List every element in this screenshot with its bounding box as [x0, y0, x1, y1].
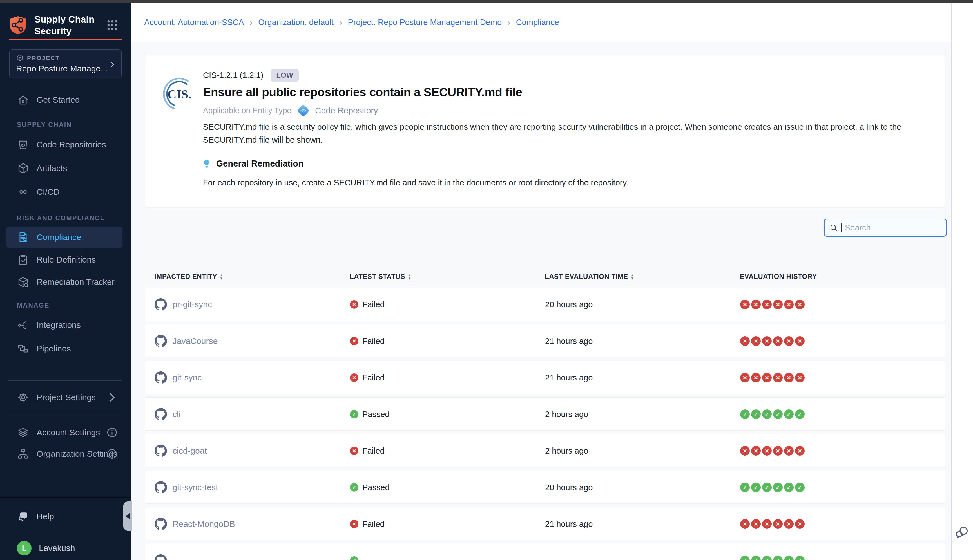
last-evaluation-time-cell: 2 hours ago — [545, 398, 588, 431]
grid-icon[interactable] — [106, 18, 119, 32]
sidebar-item-get-started[interactable]: Get Started — [0, 89, 131, 111]
sidebar-item-account-settings[interactable]: Account Settings — [0, 422, 131, 443]
breadcrumb-separator: › — [507, 17, 511, 28]
sort-icon[interactable]: ▴▾ — [631, 273, 633, 280]
sidebar-item-label: Code Repositories — [37, 140, 106, 150]
history-failed-icon: ✕ — [773, 336, 783, 346]
window-top-strip — [0, 0, 973, 3]
rule-description: SECURITY.md file is a security policy fi… — [203, 120, 934, 146]
entity-link[interactable]: React-MongoDB — [173, 519, 235, 529]
table-row[interactable]: cicd-goat ✕ Failed 2 hours ago ✕✕✕✕✕✕ — [145, 434, 945, 467]
sidebar-item-organization-settings[interactable]: Organization Settings — [0, 443, 131, 465]
history-passed-icon: ✓ — [751, 556, 761, 560]
chat-feedback-icon[interactable] — [955, 525, 970, 540]
rule-card: CIS. CIS-1.2.1 (1.2.1) LOW Ensure all pu… — [145, 55, 945, 207]
status-label: Failed — [362, 337, 385, 346]
avatar-initial: L — [22, 544, 27, 553]
pipelines-icon — [17, 342, 29, 355]
sidebar-item-rule-definitions[interactable]: Rule Definitions — [0, 249, 131, 270]
right-scroll-gutter — [951, 3, 973, 560]
clipboard-check-icon — [17, 253, 29, 266]
sort-icon[interactable]: ▴▾ — [220, 273, 222, 280]
entity-link[interactable]: cli — [173, 410, 180, 419]
breadcrumb-item[interactable]: Account: Automation-SSCA — [144, 18, 244, 27]
table-row[interactable]: JavaCourse ✕ Failed 21 hours ago ✕✕✕✕✕✕ — [145, 324, 945, 357]
history-failed-icon: ✕ — [740, 373, 750, 382]
status-failed-icon: ✕ — [350, 520, 359, 528]
table-row[interactable]: cli ✓ Passed 2 hours ago ✓✓✓✓✓✓ — [145, 397, 945, 430]
code-diamond-icon: </> — [297, 104, 309, 117]
table-row[interactable]: git-sync ✕ Failed 21 hours ago ✕✕✕✕✕✕ — [145, 361, 945, 394]
entity-link[interactable]: cicd-goat — [173, 446, 207, 456]
breadcrumb-separator: › — [339, 17, 342, 28]
cis-logo-text: CIS. — [167, 88, 191, 101]
entity-link[interactable]: git-sync — [173, 373, 202, 382]
sidebar-item-compliance[interactable]: Compliance — [6, 227, 122, 248]
sidebar-item-code-repositories[interactable]: Code Repositories — [0, 134, 131, 155]
github-icon — [155, 445, 167, 457]
text-caret — [841, 223, 841, 232]
sidebar-item-artifacts[interactable]: Artifacts — [0, 158, 131, 179]
app-title-line1: Supply Chain — [34, 13, 94, 25]
infinity-icon — [17, 186, 29, 198]
sort-icon[interactable]: ▴▾ — [409, 273, 411, 280]
history-failed-icon: ✕ — [784, 336, 794, 346]
entity-link[interactable]: pr-git-sync — [173, 300, 212, 309]
evaluation-history-cell: ✕✕✕✕✕✕ — [740, 325, 806, 358]
entity-link[interactable]: JavaCourse — [173, 336, 218, 346]
column-header-last-evaluation-time[interactable]: LAST EVALUATION TIME ▴▾ — [545, 269, 633, 285]
sidebar-item-ci-cd[interactable]: CI/CD — [0, 181, 131, 203]
status-label: Passed — [362, 410, 390, 419]
history-passed-icon: ✓ — [795, 410, 804, 419]
sidebar-collapse-handle[interactable] — [124, 502, 132, 531]
code-repo-icon — [17, 138, 29, 151]
impacted-entity-cell: cli — [155, 398, 180, 431]
sidebar-user[interactable]: L Lavakush — [0, 537, 131, 559]
sidebar-item-remediation-tracker[interactable]: Remediation Tracker — [0, 271, 131, 293]
org-icon — [17, 448, 29, 460]
integrations-icon — [17, 319, 29, 331]
breadcrumb-separator: › — [250, 17, 253, 28]
cube-icon — [16, 54, 23, 62]
column-header-impacted-entity[interactable]: IMPACTED ENTITY ▴▾ — [154, 269, 222, 285]
table-row[interactable]: ✓ ✓✓✓✓✓✓ — [145, 544, 945, 560]
impacted-entity-cell: cicd-goat — [155, 434, 207, 467]
status-label: Failed — [362, 300, 385, 309]
status-label: Passed — [362, 483, 390, 492]
impacted-entity-cell: JavaCourse — [155, 325, 218, 358]
table-row[interactable]: pr-git-sync ✕ Failed 20 hours ago ✕✕✕✕✕✕ — [145, 288, 945, 321]
table-row[interactable]: git-sync-test ✓ Passed 20 hours ago ✓✓✓✓… — [145, 470, 945, 504]
history-passed-icon: ✓ — [762, 556, 772, 560]
search-input[interactable] — [844, 223, 941, 233]
breadcrumb: Account: Automation-SSCA›Organization: d… — [144, 17, 559, 28]
sidebar-item-help[interactable]: ? Help — [0, 506, 131, 527]
project-switcher[interactable]: PROJECT Repo Posture Manage... — [9, 49, 122, 78]
project-name: Repo Posture Manage... — [16, 64, 115, 73]
breadcrumb-item[interactable]: Organization: default — [258, 18, 334, 27]
sidebar-divider — [8, 380, 122, 381]
history-failed-icon: ✕ — [751, 373, 761, 382]
github-icon — [155, 335, 167, 347]
entity-link[interactable]: git-sync-test — [173, 483, 218, 492]
sidebar-item-pipelines[interactable]: Pipelines — [0, 338, 131, 359]
github-icon — [155, 518, 167, 530]
sidebar-item-label: Organization Settings — [37, 449, 117, 459]
sidebar-item-integrations[interactable]: Integrations — [0, 314, 131, 336]
project-label: PROJECT — [27, 55, 60, 62]
history-failed-icon: ✕ — [762, 300, 772, 309]
sidebar-item-project-settings[interactable]: Project Settings — [0, 387, 131, 408]
column-header-latest-status[interactable]: LATEST STATUS ▴▾ — [350, 269, 411, 285]
github-icon — [155, 554, 167, 560]
brand-underline — [9, 39, 122, 40]
rule-title: Ensure all public repositories contain a… — [203, 85, 522, 99]
latest-status-cell: ✕ Failed — [350, 507, 385, 541]
breadcrumb-item[interactable]: Project: Repo Posture Management Demo — [348, 18, 502, 27]
collapse-arrow-icon — [125, 513, 130, 519]
evaluation-history-cell: ✕✕✕✕✕✕ — [740, 507, 806, 541]
status-passed-icon: ✓ — [350, 483, 359, 492]
breadcrumb-item[interactable]: Compliance — [516, 18, 559, 27]
table-row[interactable]: React-MongoDB ✕ Failed 21 hours ago ✕✕✕✕… — [145, 507, 945, 540]
history-failed-icon: ✕ — [751, 446, 761, 456]
history-failed-icon: ✕ — [740, 300, 750, 309]
last-evaluation-time-cell: 21 hours ago — [545, 325, 592, 358]
